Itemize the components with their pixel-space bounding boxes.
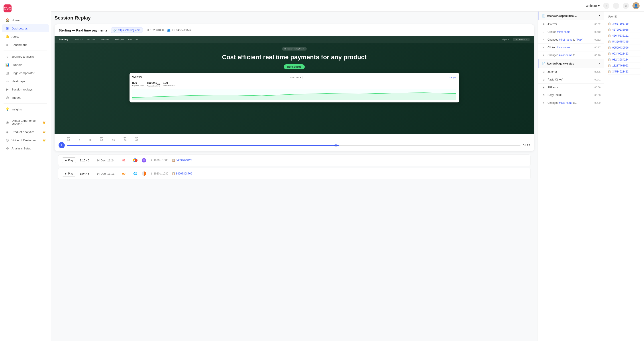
- event-link2[interactable]: "Max": [576, 38, 583, 41]
- userid-value: 46729238938: [612, 28, 628, 31]
- event-description: JS error: [548, 70, 592, 74]
- logo-area: CSQ: [0, 3, 51, 16]
- sidebar-item-funnels[interactable]: 📊 Funnels: [2, 61, 49, 69]
- userid-value: 54356754345: [612, 40, 628, 43]
- session-resolution: 🖥 1920 x 1080: [150, 159, 168, 162]
- sidebar-item-page-comparator[interactable]: ◫ Page comparator: [2, 69, 49, 77]
- event-time: 00:36: [594, 70, 600, 73]
- userid-item[interactable]: 📋 46729238938: [608, 27, 640, 33]
- sidebar-item-voice-of-customer[interactable]: ◎ Voice of Customer 👑: [2, 136, 49, 144]
- sidebar-item-insights[interactable]: 💡 Insights: [2, 105, 49, 113]
- sidebar-item-label: Heatmaps: [12, 80, 25, 83]
- sidebar-item-heatmaps[interactable]: ♨ Heatmaps: [2, 77, 49, 85]
- grid-icon[interactable]: ⊞: [613, 3, 619, 9]
- event-item-change: ✎ Changed #first-name to "Max" 00:12: [538, 36, 604, 44]
- event-item-js-error: ⊠ JS error 00:36: [538, 68, 604, 76]
- js-error-icon: ⊠: [541, 22, 545, 26]
- play-icon: ▶: [65, 159, 67, 162]
- session-errors: 99: [122, 172, 129, 176]
- player-url-button[interactable]: 🔗 https://sterling.com: [111, 28, 143, 33]
- userid-item[interactable]: 📋 34534623423: [608, 69, 640, 75]
- session-row: ▶ Play 1:04:46 14 Dec, 11:11 99 🌐 🖥 1920…: [58, 168, 530, 179]
- session-list: ▶ Play 2:15:46 14 Dec, 11:24 81 🖥 1920 x…: [54, 154, 534, 185]
- event-link[interactable]: #last-name: [559, 54, 572, 57]
- heatmaps-icon: ♨: [5, 79, 9, 83]
- timeline-track: ⏸ 01:22: [58, 142, 530, 148]
- event-description: Clicked #last-name: [548, 46, 592, 49]
- event-description: API error: [548, 86, 592, 89]
- sidebar-item-label: Session replays: [12, 88, 32, 91]
- main-area: Website ▾ ? ⊞ ☆ 👤 Session Replay Sterlin…: [51, 0, 644, 341]
- section-title: 📄 /tech/API/capabilities/...: [542, 14, 576, 18]
- userid-item[interactable]: 📋 34567898765: [608, 21, 640, 27]
- events-section-header-tech-api-quick-setup[interactable]: 📄 /tech/API/quick-setup ∧: [538, 59, 604, 68]
- events-section-header-tech-api-capabilities[interactable]: 📄 /tech/API/capabilities/... ∧: [538, 12, 604, 20]
- progress-bar[interactable]: [67, 145, 520, 146]
- sidebar-item-product-analytics[interactable]: ◈ Product Analytics 👑: [2, 128, 49, 136]
- event-description: Changed #last-name to...: [548, 54, 592, 57]
- event-time: 00:12: [594, 38, 600, 41]
- event-time: 00:58: [594, 94, 600, 96]
- session-userid[interactable]: 📋 34567898765: [172, 172, 192, 175]
- play-button[interactable]: ▶ Play: [62, 158, 76, 163]
- sidebar-item-impact[interactable]: ◎ Impact: [2, 94, 49, 102]
- help-icon[interactable]: ?: [603, 3, 610, 9]
- js-error-icon: ⊠: [541, 70, 545, 74]
- copy-icon: 📋: [608, 34, 611, 37]
- pause-button[interactable]: ⏸: [58, 142, 65, 148]
- sidebar-item-journey-analysis[interactable]: ○ Journey analysis: [2, 52, 49, 60]
- sidebar-item-analysis-setup[interactable]: ⚙ Analysis Setup: [2, 144, 49, 152]
- event-description: Changed #last-name to...: [548, 101, 592, 104]
- site-badge: #1 most promising fintech: [282, 47, 306, 50]
- sidebar-item-digital-experience[interactable]: ◉ Digital Experience Monitor... 👑: [2, 117, 49, 128]
- sidebar-item-benchmark[interactable]: ◈ Benchmark: [2, 41, 49, 49]
- userid-item[interactable]: 📋 98243984234: [608, 57, 640, 63]
- benchmark-icon: ◈: [5, 43, 9, 47]
- userid-panel-title: User ID: [608, 15, 640, 18]
- sidebar-item-session-replays[interactable]: ▶ Session replays: [2, 85, 49, 93]
- file-icon: 📄: [542, 14, 545, 18]
- track-dot[interactable]: [335, 144, 337, 146]
- event-link[interactable]: #first-name: [557, 30, 570, 34]
- site-content: #1 most promising fintech Cost efficient…: [54, 43, 534, 134]
- player-header: Sterling — Real time payments 🔗 https://…: [54, 24, 534, 36]
- event-link[interactable]: #last-name: [557, 46, 570, 49]
- click-icon: ▸: [541, 46, 545, 50]
- link-icon: 🔗: [113, 28, 117, 32]
- session-resolution: 🖥 1920 x 1080: [150, 172, 168, 175]
- userid-value: 09340923423: [612, 52, 628, 55]
- event-link[interactable]: #first-name: [559, 38, 572, 41]
- app-logo: CSQ: [4, 4, 12, 12]
- paste-icon: ⊡: [541, 78, 545, 82]
- timeline-markers: ⊠6 ⊙6 ⊙ ⊠: [58, 136, 530, 141]
- event-link[interactable]: #last-name: [559, 101, 572, 104]
- dashboards-icon: ⊞: [5, 26, 9, 30]
- website-label: Website: [586, 4, 597, 8]
- session-userid[interactable]: 📋 34534623423: [172, 159, 192, 162]
- website-selector[interactable]: Website ▾: [586, 4, 600, 8]
- event-item-api-error: ⊠ API error 00:56: [538, 84, 604, 91]
- play-button[interactable]: ▶ Play: [62, 171, 76, 176]
- sidebar-item-alerts[interactable]: 🔔 Alerts: [2, 32, 49, 40]
- sidebar-item-dashboards[interactable]: ⊞ Dashboards: [2, 24, 49, 32]
- event-time: 00:41: [594, 78, 600, 81]
- event-item-click: ▸ Clicked #last-name 00:17: [538, 44, 604, 52]
- player-card: Sterling — Real time payments 🔗 https://…: [54, 24, 534, 151]
- userid-item[interactable]: 📋 54356754345: [608, 39, 640, 45]
- voice-of-customer-icon: ◎: [5, 138, 9, 142]
- userid-item[interactable]: 📋 09509430596: [608, 45, 640, 51]
- os-icon: [141, 158, 146, 163]
- copy-icon: 📋: [608, 52, 611, 55]
- userid-item[interactable]: 📋 09340923423: [608, 51, 640, 57]
- event-time: 00:26: [594, 54, 600, 56]
- userid-item[interactable]: 📋 45645635111: [608, 33, 640, 39]
- player-section: Session Replay Sterling — Real time paym…: [51, 12, 538, 341]
- site-cta-button[interactable]: Book a demo: [284, 64, 305, 70]
- avatar[interactable]: 👤: [632, 2, 640, 9]
- star-icon[interactable]: ☆: [623, 3, 629, 9]
- session-date: 14 Dec, 11:24: [96, 159, 119, 162]
- sidebar-item-label: Analysis Setup: [12, 147, 31, 150]
- sidebar-item-home[interactable]: 🏠 Home: [2, 16, 49, 24]
- track-progress: [67, 145, 339, 146]
- userid-item[interactable]: 📋 13287468953: [608, 63, 640, 69]
